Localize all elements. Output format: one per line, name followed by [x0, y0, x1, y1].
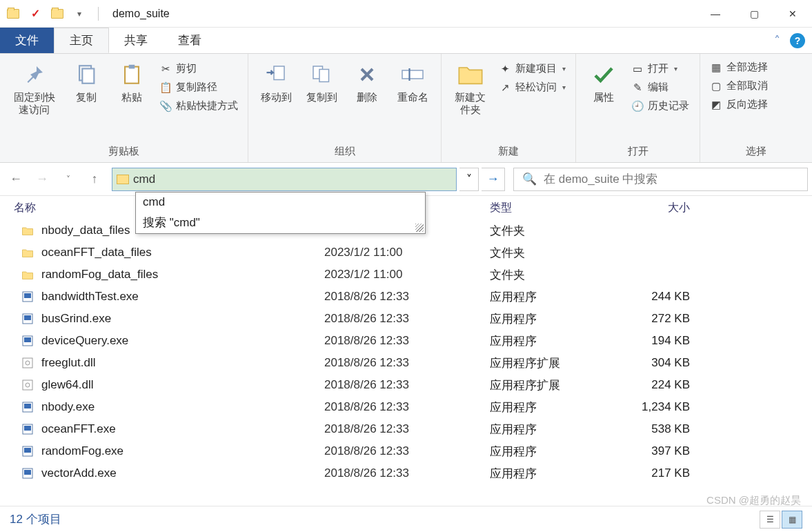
group-clipboard: 固定到快速访问 复制 粘贴 ✂剪切 📋复制路径 📎粘贴快捷方式 剪贴板	[0, 54, 248, 162]
qat-dropdown-icon[interactable]: ▾	[73, 8, 86, 20]
file-type: 文件夹	[490, 267, 628, 283]
open-button[interactable]: ▭打开▾	[628, 61, 692, 77]
file-row[interactable]: deviceQuery.exe2018/8/26 12:33应用程序194 KB	[0, 330, 812, 352]
ribbon: 固定到快速访问 复制 粘贴 ✂剪切 📋复制路径 📎粘贴快捷方式 剪贴板 移动到 …	[0, 54, 812, 163]
properties-button[interactable]: 属性	[583, 58, 624, 107]
invert-button[interactable]: ◩反向选择	[707, 97, 771, 112]
search-box[interactable]: 🔍 在 demo_suite 中搜索	[513, 168, 808, 191]
properties-icon[interactable]: ✓	[29, 8, 41, 20]
file-name: randomFog_data_files	[41, 268, 158, 282]
recent-dropdown[interactable]: ˅	[57, 168, 80, 191]
refresh-button[interactable]: →	[482, 168, 505, 191]
copy-path-button[interactable]: 📋复制路径	[157, 79, 241, 95]
group-organize: 移动到 复制到 删除 重命名 组织	[248, 54, 442, 162]
collapse-ribbon-icon[interactable]: ˄	[774, 33, 780, 48]
address-bar[interactable]	[112, 168, 457, 191]
new-folder-button[interactable]: 新建文件夹	[448, 58, 492, 119]
view-details-button[interactable]: ☰	[760, 511, 780, 529]
file-size: 217 KB	[628, 466, 711, 480]
file-row[interactable]: glew64.dll2018/8/26 12:33应用程序扩展224 KB	[0, 374, 812, 396]
move-to-button[interactable]: 移动到	[255, 58, 297, 107]
cut-button[interactable]: ✂剪切	[157, 61, 241, 77]
paste-icon	[118, 61, 146, 88]
file-name: bandwidthTest.exe	[41, 290, 139, 304]
tab-share[interactable]: 共享	[109, 28, 163, 53]
svg-rect-22	[24, 426, 31, 431]
forward-button[interactable]: →	[30, 168, 54, 191]
file-name: vectorAdd.exe	[41, 466, 117, 480]
file-name: glew64.dll	[41, 378, 94, 392]
file-date: 2018/8/26 12:33	[324, 356, 490, 370]
scissors-icon: ✂	[159, 63, 172, 75]
svg-rect-24	[24, 448, 31, 453]
file-date: 2018/8/26 12:33	[324, 466, 490, 480]
close-button[interactable]: ✕	[773, 0, 812, 28]
up-button[interactable]: ↑	[83, 168, 106, 191]
svg-rect-20	[24, 404, 31, 408]
view-icons-button[interactable]: ▦	[782, 511, 802, 529]
file-date: 2023/1/2 11:00	[324, 246, 490, 259]
address-dropdown[interactable]: ˅	[459, 168, 479, 191]
file-type: 应用程序	[490, 333, 628, 349]
easy-access-button[interactable]: ↗轻松访问▾	[496, 79, 568, 95]
paste-button[interactable]: 粘贴	[111, 58, 152, 107]
edit-icon: ✎	[631, 81, 644, 94]
col-type[interactable]: 类型	[490, 201, 628, 215]
rename-button[interactable]: 重命名	[392, 58, 433, 107]
file-row[interactable]: bandwidthTest.exe2018/8/26 12:33应用程序244 …	[0, 286, 812, 308]
file-name: nbody_data_files	[41, 224, 130, 237]
file-row[interactable]: nbody.exe2018/8/26 12:33应用程序1,234 KB	[0, 396, 812, 418]
select-all-icon: ▦	[710, 61, 722, 74]
file-list: nbody_data_files2023/1/2 11:00文件夹oceanFF…	[0, 219, 812, 484]
qat-folder-icon[interactable]	[51, 8, 63, 20]
maximize-button[interactable]: ▢	[735, 0, 773, 28]
file-row[interactable]: randomFog.exe2018/8/26 12:33应用程序397 KB	[0, 440, 812, 462]
address-input[interactable]	[133, 173, 452, 186]
history-button[interactable]: 🕘历史记录	[628, 98, 692, 114]
file-icon	[21, 268, 34, 282]
select-all-button[interactable]: ▦全部选择	[707, 59, 771, 75]
file-row[interactable]: randomFog_data_files2023/1/2 11:00文件夹	[0, 264, 812, 286]
file-row[interactable]: vectorAdd.exe2018/8/26 12:33应用程序217 KB	[0, 462, 812, 484]
minimize-button[interactable]: —	[696, 0, 735, 28]
suggestion-item[interactable]: cmd	[136, 193, 425, 212]
col-size[interactable]: 大小	[628, 201, 711, 215]
copy-to-button[interactable]: 复制到	[301, 58, 342, 107]
window-controls: — ▢ ✕	[696, 0, 812, 28]
file-date: 2018/8/26 12:33	[324, 400, 490, 414]
app-folder-icon	[7, 8, 19, 20]
group-label: 打开	[576, 142, 700, 162]
move-icon	[262, 61, 290, 88]
svg-rect-6	[319, 70, 329, 82]
pin-button[interactable]: 固定到快速访问	[7, 58, 61, 119]
file-name: deviceQuery.exe	[41, 334, 128, 348]
tab-view[interactable]: 查看	[163, 28, 217, 53]
file-row[interactable]: busGrind.exe2018/8/26 12:33应用程序272 KB	[0, 308, 812, 330]
delete-button[interactable]: 删除	[346, 58, 388, 107]
select-none-button[interactable]: ▢全部取消	[707, 78, 771, 94]
resize-grip[interactable]	[415, 224, 424, 232]
address-suggestions: cmd 搜索 "cmd"	[135, 192, 426, 234]
file-date: 2023/1/2 11:00	[324, 268, 490, 282]
suggestion-item[interactable]: 搜索 "cmd"	[136, 212, 425, 233]
file-icon	[21, 466, 34, 480]
separator	[98, 7, 99, 21]
file-row[interactable]: freeglut.dll2018/8/26 12:33应用程序扩展304 KB	[0, 352, 812, 374]
svg-rect-1	[82, 69, 94, 83]
search-placeholder: 在 demo_suite 中搜索	[544, 171, 657, 187]
tab-file[interactable]: 文件	[0, 28, 54, 53]
file-size: 538 KB	[628, 422, 711, 436]
group-label: 剪贴板	[0, 142, 248, 162]
file-row[interactable]: oceanFFT_data_files2023/1/2 11:00文件夹	[0, 242, 812, 264]
paste-shortcut-button[interactable]: 📎粘贴快捷方式	[157, 98, 241, 114]
copy-button[interactable]: 复制	[66, 58, 107, 107]
tab-home[interactable]: 主页	[54, 28, 109, 53]
help-icon[interactable]: ?	[790, 33, 805, 48]
file-row[interactable]: oceanFFT.exe2018/8/26 12:33应用程序538 KB	[0, 418, 812, 440]
svg-rect-15	[23, 358, 32, 368]
folder-icon	[457, 61, 484, 88]
new-item-button[interactable]: ✦新建项目▾	[496, 61, 568, 77]
back-button[interactable]: ←	[4, 168, 28, 191]
svg-rect-3	[129, 65, 135, 69]
edit-button[interactable]: ✎编辑	[628, 79, 692, 95]
